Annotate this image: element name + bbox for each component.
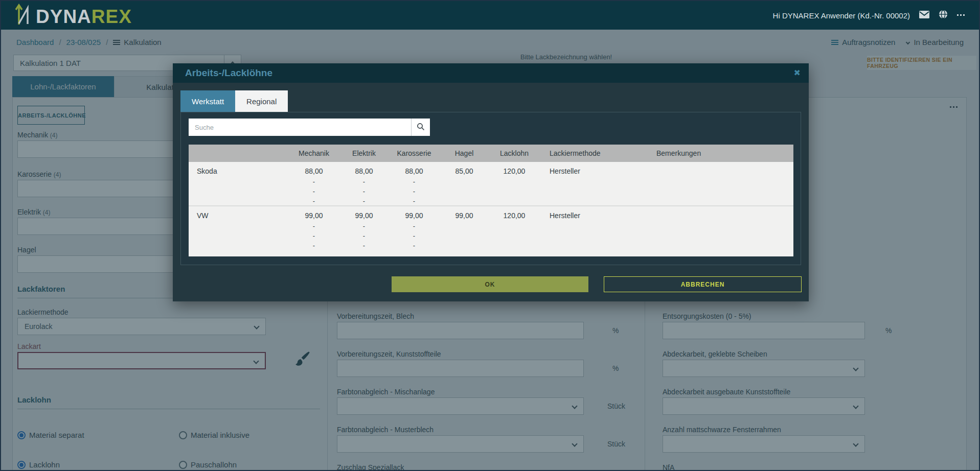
arbeits-lackloehne-modal: Arbeits-/Lacklöhne ✖ Werkstatt Regional bbox=[173, 63, 809, 301]
table-row-vw[interactable]: VW 99,00 99,00 99,00 99,00 120,00 Herste… bbox=[189, 206, 793, 221]
more-menu-icon[interactable] bbox=[957, 14, 966, 16]
app-header: DYNAREX Hi DYNAREX Anwender (Kd.-Nr. 000… bbox=[1, 1, 979, 30]
col-name bbox=[189, 145, 289, 162]
modal-titlebar: Arbeits-/Lacklöhne ✖ bbox=[173, 63, 809, 83]
col-lackiermethode: Lackiermethode bbox=[539, 145, 646, 162]
close-icon[interactable]: ✖ bbox=[794, 68, 801, 78]
ok-button[interactable]: OK bbox=[392, 276, 588, 292]
col-karosserie: Karosserie bbox=[389, 145, 439, 162]
col-hagel: Hagel bbox=[439, 145, 489, 162]
logo-text-rex: REX bbox=[92, 6, 132, 27]
user-greeting: Hi DYNAREX Anwender (Kd.-Nr. 00002) bbox=[773, 11, 910, 20]
mail-icon[interactable] bbox=[919, 11, 929, 20]
logo-arrow-icon bbox=[14, 4, 34, 27]
table-subrow: --- bbox=[189, 196, 793, 206]
table-row-skoda[interactable]: Skoda 88,00 88,00 88,00 85,00 120,00 Her… bbox=[189, 162, 793, 177]
table-subrow: --- bbox=[189, 186, 793, 196]
app-window: DYNAREX Hi DYNAREX Anwender (Kd.-Nr. 000… bbox=[0, 0, 980, 471]
col-mechanik: Mechanik bbox=[289, 145, 339, 162]
search-button[interactable] bbox=[411, 119, 430, 136]
table-subrow: --- bbox=[189, 221, 793, 231]
globe-icon[interactable] bbox=[939, 10, 948, 21]
wages-table: Mechanik Elektrik Karosserie Hagel Lackl… bbox=[189, 145, 793, 256]
modal-tabs: Werkstatt Regional bbox=[180, 90, 288, 112]
table-subrow: --- bbox=[189, 231, 793, 241]
modal-tab-regional[interactable]: Regional bbox=[235, 90, 288, 112]
search-icon bbox=[417, 123, 425, 132]
col-elektrik: Elektrik bbox=[339, 145, 389, 162]
logo-text: DYNAREX bbox=[36, 7, 132, 27]
table-header-row: Mechanik Elektrik Karosserie Hagel Lackl… bbox=[189, 145, 793, 162]
modal-title: Arbeits-/Lacklöhne bbox=[185, 63, 272, 83]
modal-content: Mechanik Elektrik Karosserie Hagel Lackl… bbox=[180, 112, 801, 265]
table-subrow: --- bbox=[189, 241, 793, 250]
cancel-button[interactable]: ABBRECHEN bbox=[604, 276, 802, 292]
search-input[interactable] bbox=[189, 119, 411, 136]
col-bemerkungen: Bemerkungen bbox=[646, 145, 793, 162]
dynarex-logo[interactable]: DYNAREX bbox=[14, 4, 132, 27]
logo-text-dyna: DYNA bbox=[36, 6, 92, 27]
modal-tab-werkstatt[interactable]: Werkstatt bbox=[180, 90, 235, 112]
col-lacklohn: Lacklohn bbox=[489, 145, 539, 162]
table-subrow: --- bbox=[189, 177, 793, 186]
